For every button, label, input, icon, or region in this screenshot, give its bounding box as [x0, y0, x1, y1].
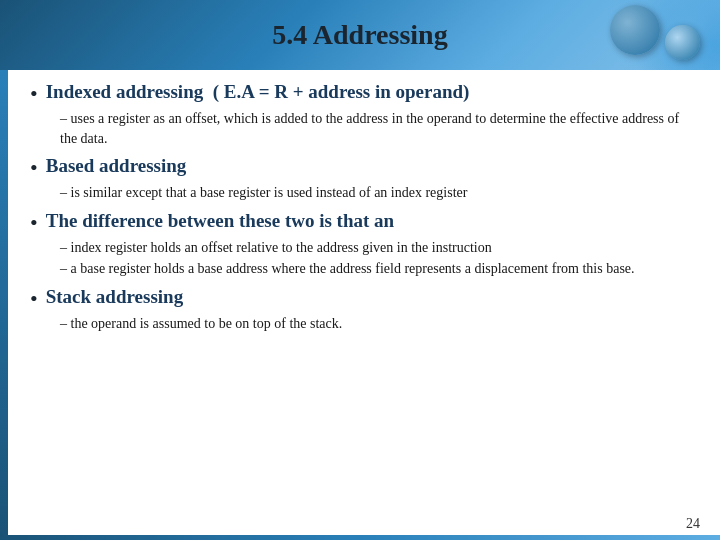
sub-based-1-text: – is similar except that a base register… — [60, 183, 467, 203]
sub-diff-1-text: – index register holds an offset relativ… — [60, 238, 492, 258]
bullet-dot-2: • — [30, 155, 38, 181]
sub-stack-1-text: – the operand is assumed to be on top of… — [60, 314, 342, 334]
sub-diff-2: – a base register holds a base address w… — [60, 259, 690, 279]
sub-diff-2-text: – a base register holds a base address w… — [60, 259, 635, 279]
left-accent — [0, 70, 8, 540]
sub-stack-1: – the operand is assumed to be on top of… — [60, 314, 690, 334]
sub-indexed-1: – uses a register as an offset, which is… — [60, 109, 690, 148]
header-bar: 5.4 Addressing — [0, 0, 720, 70]
circle-large — [610, 5, 660, 55]
bullet-indexed-text: Indexed addressing ( E.A = R + address i… — [46, 80, 470, 105]
bullet-based-text: Based addressing — [46, 154, 187, 179]
bullet-indexed: • Indexed addressing ( E.A = R + address… — [30, 80, 690, 148]
bullet-stack-text: Stack addressing — [46, 285, 183, 310]
bullet-difference: • The difference between these two is th… — [30, 209, 690, 279]
bullet-based: • Based addressing – is similar except t… — [30, 154, 690, 203]
sub-indexed-1-text: – uses a register as an offset, which is… — [60, 109, 690, 148]
decorative-circles — [560, 0, 720, 70]
bullet-difference-main: • The difference between these two is th… — [30, 209, 690, 236]
slide: 5.4 Addressing • Indexed addressing ( E.… — [0, 0, 720, 540]
bullet-indexed-main: • Indexed addressing ( E.A = R + address… — [30, 80, 690, 107]
bullet-stack-main: • Stack addressing — [30, 285, 690, 312]
bullet-dot-3: • — [30, 210, 38, 236]
content-area: • Indexed addressing ( E.A = R + address… — [0, 70, 720, 350]
bullet-based-main: • Based addressing — [30, 154, 690, 181]
sub-diff-1: – index register holds an offset relativ… — [60, 238, 690, 258]
circle-small — [665, 25, 700, 60]
sub-based-1: – is similar except that a base register… — [60, 183, 690, 203]
bullet-difference-text: The difference between these two is that… — [46, 209, 394, 234]
bottom-bar — [0, 535, 720, 540]
slide-title: 5.4 Addressing — [272, 19, 447, 51]
bullet-dot-4: • — [30, 286, 38, 312]
page-number: 24 — [686, 516, 700, 532]
bullet-stack: • Stack addressing – the operand is assu… — [30, 285, 690, 334]
bullet-dot-1: • — [30, 81, 38, 107]
